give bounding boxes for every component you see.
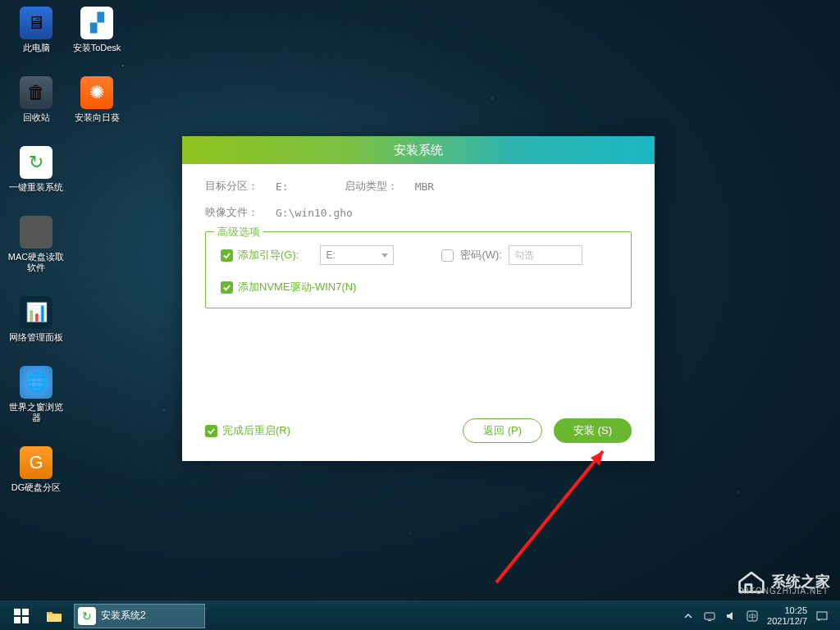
desktop-icon[interactable]: ▞安装ToDesk [67, 7, 126, 53]
target-partition-value: E: [276, 180, 289, 193]
advanced-legend: 高级选项 [214, 225, 263, 240]
desktop-icon-label: 回收站 [23, 112, 50, 123]
svg-rect-11 [817, 612, 827, 619]
desktop-icon-label: 此电脑 [23, 43, 50, 53]
svg-rect-7 [705, 613, 714, 619]
watermark-sub: XITONGZHIJIA.NET [741, 587, 829, 596]
desktop-icon-label: 网络管理面板 [9, 332, 63, 343]
app-icon: ↻ [20, 146, 52, 179]
desktop-icon-label: 安装ToDesk [73, 43, 121, 53]
add-nvme-label: 添加NVME驱动-WIN7(N) [238, 280, 356, 294]
desktop-icon-label: 一键重装系统 [9, 182, 63, 193]
app-icon: 📊 [20, 296, 52, 329]
add-boot-checkbox[interactable]: 添加引导(G): [221, 248, 299, 262]
tray-up-icon[interactable] [682, 609, 695, 623]
app-icon: 🖥 [20, 7, 52, 39]
password-checkbox[interactable] [441, 249, 454, 262]
password-input[interactable]: 勾选 [509, 245, 582, 265]
add-boot-label: 添加引导(G): [238, 248, 299, 262]
svg-rect-4 [14, 617, 21, 623]
app-icon: ▞ [80, 7, 113, 39]
taskbar-app-label: 安装系统2 [101, 609, 146, 623]
chevron-down-icon [381, 253, 388, 258]
check-icon [221, 281, 233, 294]
notifications-icon[interactable] [815, 609, 829, 623]
svg-line-0 [496, 451, 603, 582]
svg-rect-3 [22, 609, 29, 615]
app-icon: ↻ [78, 607, 96, 625]
target-partition-label: 目标分区： [205, 179, 269, 194]
boot-drive-value: E: [326, 249, 335, 261]
folder-icon [46, 609, 62, 623]
back-button[interactable]: 返回 (P) [463, 418, 542, 443]
app-icon: 🌐 [20, 366, 52, 399]
ime-icon[interactable]: 中 [746, 609, 759, 623]
file-explorer-button[interactable] [38, 603, 71, 629]
image-file-label: 映像文件： [205, 205, 269, 220]
password-placeholder: 勾选 [514, 249, 534, 262]
app-icon: 🗑 [20, 76, 52, 109]
svg-text:中: 中 [749, 613, 756, 621]
desktop-icon[interactable]: GDG硬盘分区 [7, 446, 66, 493]
network-icon[interactable] [703, 609, 716, 623]
windows-icon [14, 609, 29, 623]
volume-icon[interactable] [724, 609, 737, 623]
install-button[interactable]: 安装 (S) [554, 418, 632, 443]
watermark: 系统之家 XITONGZHIJIA.NET [737, 569, 830, 594]
boot-type-value: MBR [415, 180, 434, 193]
dialog-title: 安装系统 [182, 136, 655, 164]
annotation-arrow [472, 443, 636, 607]
desktop-icon[interactable]: ↻一键重装系统 [7, 146, 66, 193]
desktop-icon[interactable]: ✺安装向日葵 [67, 76, 126, 123]
desktop-icon-label: 世界之窗浏览器 [7, 402, 66, 423]
add-nvme-checkbox[interactable]: 添加NVME驱动-WIN7(N) [221, 280, 356, 294]
check-icon [221, 249, 233, 262]
start-button[interactable] [5, 603, 38, 629]
taskbar-app-install[interactable]: ↻ 安装系统2 [74, 604, 205, 628]
svg-rect-8 [708, 620, 711, 621]
app-icon: G [20, 446, 52, 479]
desktop-icon[interactable]: MAC硬盘读取软件 [7, 216, 66, 273]
boot-drive-select[interactable]: E: [320, 245, 394, 265]
boot-type-label: 启动类型： [345, 179, 409, 194]
desktop-icon[interactable]: 🌐世界之窗浏览器 [7, 366, 66, 423]
checkbox-empty-icon [441, 249, 454, 262]
advanced-options-group: 高级选项 添加引导(G): E: 密码(W): 勾选 [205, 231, 632, 308]
restart-checkbox[interactable]: 完成后重启(R) [205, 423, 290, 438]
svg-rect-2 [14, 609, 21, 615]
app-icon: ✺ [80, 76, 113, 109]
desktop-icon[interactable]: 🗑回收站 [7, 76, 66, 123]
desktop: 🖥此电脑🗑回收站↻一键重装系统MAC硬盘读取软件📊网络管理面板🌐世界之窗浏览器G… [0, 0, 840, 630]
desktop-icon-label: MAC硬盘读取软件 [7, 252, 66, 273]
desktop-icon-label: 安装向日葵 [75, 112, 120, 123]
clock[interactable]: 10:25 2021/12/7 [767, 605, 807, 627]
system-tray: 中 10:25 2021/12/7 [682, 605, 835, 627]
desktop-icon-label: DG硬盘分区 [11, 482, 62, 493]
taskbar: ↻ 安装系统2 中 10:25 2021/12/7 [0, 600, 840, 630]
clock-date: 2021/12/7 [767, 616, 807, 627]
check-icon [205, 425, 217, 437]
app-icon [20, 216, 52, 249]
desktop-icon[interactable]: 🖥此电脑 [7, 7, 66, 53]
desktop-icon[interactable]: 📊网络管理面板 [7, 296, 66, 343]
svg-rect-5 [22, 617, 29, 623]
image-file-value: G:\win10.gho [276, 207, 353, 219]
install-dialog: 安装系统 目标分区： E: 启动类型： MBR 映像文件： G:\win10.g… [182, 136, 655, 461]
password-label: 密码(W): [460, 248, 502, 262]
restart-label: 完成后重启(R) [222, 423, 290, 438]
svg-rect-6 [47, 614, 62, 622]
clock-time: 10:25 [767, 605, 807, 616]
